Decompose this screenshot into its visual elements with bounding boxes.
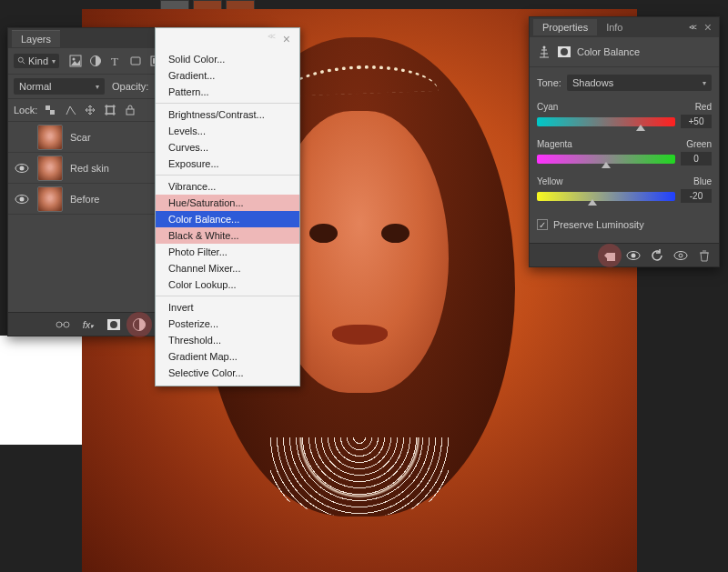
filter-pixel-icon[interactable] — [68, 54, 83, 68]
info-tab[interactable]: Info — [597, 19, 632, 35]
clip-to-layer-icon[interactable] — [602, 248, 617, 263]
slider-left-label: Yellow — [537, 176, 563, 186]
color-balance-slider: CyanRed+50 — [530, 98, 719, 135]
adjustment-menu-item[interactable]: Selective Color... — [156, 365, 299, 381]
adjustment-menu-item[interactable]: Invert — [156, 299, 299, 316]
adjustment-menu-item[interactable]: Color Balance... — [156, 211, 299, 227]
adjustment-title: Color Balance — [577, 46, 640, 57]
adjustment-menu-item[interactable]: Levels... — [156, 123, 299, 139]
layers-panel-tab[interactable]: Layers — [12, 30, 60, 47]
slider-value-input[interactable]: -20 — [681, 189, 712, 203]
layer-name: Before — [70, 194, 99, 205]
new-adjustment-layer-icon[interactable] — [131, 316, 147, 333]
slider-left-label: Cyan — [537, 102, 558, 112]
adjustment-menu-item[interactable]: Solid Color... — [156, 51, 299, 67]
properties-tab[interactable]: Properties — [533, 19, 597, 35]
adjustment-menu-item[interactable]: Gradient Map... — [156, 348, 299, 365]
svg-rect-11 — [106, 106, 114, 114]
layer-mask-thumb-icon[interactable] — [557, 45, 571, 59]
slider-handle[interactable] — [588, 199, 597, 206]
collapse-icon[interactable]: << — [268, 32, 274, 46]
layer-name: Red skin — [70, 163, 109, 174]
slider-track[interactable] — [537, 117, 675, 126]
layer-fx-icon[interactable]: fx▾ — [80, 316, 96, 333]
lock-position-icon[interactable] — [83, 103, 97, 117]
adjustment-menu-item[interactable]: Gradient... — [156, 67, 299, 84]
adjustment-menu-item[interactable]: Pattern... — [156, 84, 299, 100]
svg-rect-10 — [50, 110, 55, 115]
filter-type-icon[interactable]: T — [108, 54, 123, 68]
blend-mode-value: Normal — [19, 81, 51, 92]
blend-mode-dropdown[interactable]: Normal ▾ — [14, 78, 105, 95]
tone-value: Shadows — [572, 77, 613, 88]
lock-label: Lock: — [14, 105, 37, 115]
svg-rect-9 — [46, 105, 50, 110]
adjustment-menu-item[interactable]: Exposure... — [156, 156, 299, 172]
slider-track[interactable] — [537, 155, 675, 164]
delete-adjustment-icon[interactable] — [697, 248, 712, 263]
slider-right-label: Green — [686, 139, 712, 149]
svg-point-37 — [632, 253, 636, 257]
toggle-visibility-icon[interactable] — [673, 248, 688, 263]
svg-point-3 — [73, 58, 76, 61]
reset-icon[interactable] — [650, 248, 664, 263]
adjustment-menu-item[interactable]: Photo Filter... — [156, 244, 299, 260]
layer-thumbnail[interactable] — [37, 186, 63, 212]
adjustment-menu-item[interactable]: Posterize... — [156, 316, 299, 332]
lock-transparency-icon[interactable] — [43, 103, 57, 117]
view-previous-state-icon[interactable] — [626, 248, 641, 263]
svg-point-32 — [543, 46, 546, 49]
close-icon[interactable]: × — [701, 20, 715, 35]
svg-point-25 — [110, 321, 117, 328]
svg-point-34 — [561, 48, 568, 55]
adjustment-menu-item[interactable]: Threshold... — [156, 332, 299, 348]
layer-visibility-toggle[interactable] — [14, 163, 30, 174]
layer-thumbnail[interactable] — [37, 125, 63, 150]
layer-thumbnail[interactable] — [37, 156, 63, 181]
adjustment-menu-item[interactable]: Brightness/Contrast... — [156, 106, 299, 123]
tone-dropdown[interactable]: Shadows ▾ — [567, 75, 712, 91]
layer-name: Scar — [70, 132, 91, 143]
chevron-down-icon: ▾ — [52, 57, 56, 65]
opacity-label: Opacity: — [112, 81, 148, 92]
link-layers-icon[interactable] — [55, 316, 71, 333]
chevron-down-icon: ▾ — [96, 83, 99, 91]
layer-mask-icon[interactable] — [106, 316, 122, 333]
adjustment-layer-menu: << × Solid Color...Gradient...Pattern...… — [155, 27, 300, 386]
color-balance-slider: MagentaGreen0 — [530, 135, 719, 173]
adjustment-menu-item[interactable]: Vibrance... — [156, 178, 299, 195]
slider-handle[interactable] — [602, 162, 611, 169]
close-icon[interactable]: × — [279, 32, 294, 46]
color-balance-slider: YellowBlue-20 — [530, 173, 719, 210]
collapse-icon[interactable]: << — [689, 23, 695, 32]
svg-point-39 — [679, 254, 682, 257]
slider-value-input[interactable]: 0 — [681, 152, 712, 166]
layer-visibility-toggle[interactable] — [14, 194, 30, 205]
slider-handle[interactable] — [636, 125, 645, 132]
filter-adjustment-icon[interactable] — [88, 54, 103, 68]
slider-right-label: Red — [695, 102, 712, 112]
chevron-down-icon: ▾ — [703, 79, 706, 87]
layer-filter-kind-dropdown[interactable]: Kind ▾ — [14, 54, 59, 68]
lock-artboard-icon[interactable] — [103, 103, 117, 117]
adjustment-menu-item[interactable]: Channel Mixer... — [156, 260, 299, 276]
adjustment-menu-item[interactable]: Curves... — [156, 139, 299, 156]
svg-text:T: T — [111, 55, 118, 67]
document-canvas-corner — [0, 336, 82, 445]
layer-filter-kind-label: Kind — [28, 55, 48, 66]
adjustment-menu-item[interactable]: Color Lookup... — [156, 276, 299, 293]
slider-track[interactable] — [537, 192, 675, 201]
lock-pixels-icon[interactable] — [63, 103, 77, 117]
svg-rect-6 — [131, 57, 140, 65]
preserve-luminosity-checkbox[interactable]: ✓ — [537, 219, 548, 230]
slider-value-input[interactable]: +50 — [681, 115, 712, 128]
slider-right-label: Blue — [693, 176, 712, 186]
adjustment-menu-item[interactable]: Hue/Saturation... — [156, 195, 299, 211]
properties-panel-footer — [530, 243, 719, 266]
adjustment-menu-item[interactable]: Black & White... — [156, 227, 299, 244]
filter-shape-icon[interactable] — [128, 54, 143, 68]
svg-point-0 — [18, 57, 23, 62]
color-balance-icon — [537, 45, 551, 59]
lock-all-icon[interactable] — [123, 103, 137, 117]
tone-label: Tone: — [537, 77, 561, 88]
